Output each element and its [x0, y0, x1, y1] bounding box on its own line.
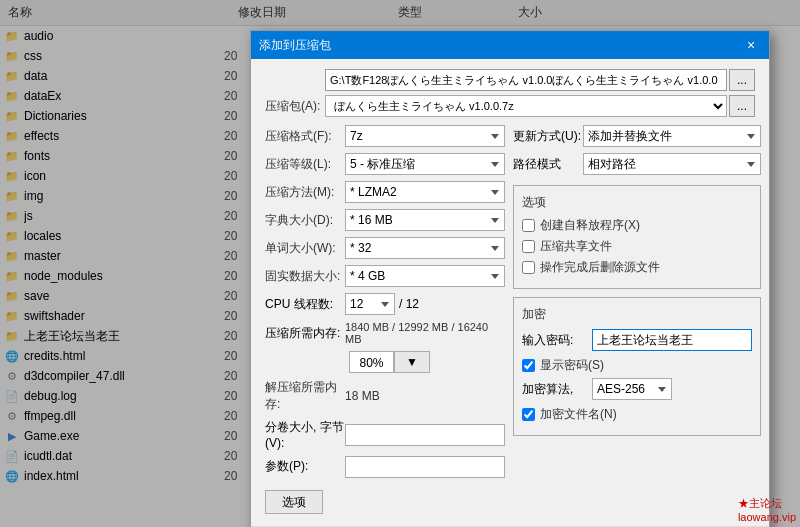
- opt3-label[interactable]: 操作完成后删除源文件: [540, 259, 660, 276]
- show-pwd-label[interactable]: 显示密码(S): [540, 357, 604, 374]
- enc-pwd-row: 输入密码:: [522, 329, 752, 351]
- vol-row: 分卷大小, 字节(V):: [265, 419, 505, 450]
- dict-select[interactable]: * 16 MB: [345, 209, 505, 231]
- cpu-slash: / 12: [399, 297, 419, 311]
- opt1-label[interactable]: 创建自释放程序(X): [540, 217, 640, 234]
- show-pwd-row: 显示密码(S): [522, 357, 752, 374]
- fullpath-input[interactable]: [325, 69, 727, 91]
- enc-algo-label: 加密算法,: [522, 381, 592, 398]
- enc-algo-row: 加密算法, AES-256: [522, 378, 752, 400]
- enc-name-label[interactable]: 加密文件名(N): [540, 406, 617, 423]
- encrypt-title: 加密: [522, 306, 752, 323]
- enc-pwd-label: 输入密码:: [522, 332, 592, 349]
- add-archive-dialog: 添加到压缩包 × ... 压缩包(A): ぼんくら生主ミライちゃん v1.0.0…: [250, 30, 770, 527]
- mem-pct-select[interactable]: ▼: [394, 351, 430, 373]
- path-mode-label: 路径模式: [513, 156, 583, 173]
- fullpath-browse-button[interactable]: ...: [729, 69, 755, 91]
- memory-label: 压缩所需内存:: [265, 325, 345, 342]
- close-button[interactable]: ×: [741, 35, 761, 55]
- format-row: 压缩格式(F): 7z: [265, 125, 505, 147]
- solid-row: 固实数据大小: * 4 GB: [265, 265, 505, 287]
- vol-input[interactable]: [345, 424, 505, 446]
- show-pwd-checkbox[interactable]: [522, 359, 535, 372]
- method-row: 压缩方法(M): * LZMA2: [265, 181, 505, 203]
- main-content: 压缩格式(F): 7z 压缩等级(L): 5 - 标准压缩: [265, 125, 755, 514]
- opt3-checkbox[interactable]: [522, 261, 535, 274]
- memory-row: 压缩所需内存: 1840 MB / 12992 MB / 16240 MB: [265, 321, 505, 345]
- archive-path-select[interactable]: ぼんくら生主ミライちゃん v1.0.0.7z: [325, 95, 727, 117]
- vol-label: 分卷大小, 字节(V):: [265, 419, 345, 450]
- level-label: 压缩等级(L):: [265, 156, 345, 173]
- format-label: 压缩格式(F):: [265, 128, 345, 145]
- update-select[interactable]: 添加并替换文件: [583, 125, 761, 147]
- archive-browse-button[interactable]: ...: [729, 95, 755, 117]
- dict-row: 字典大小(D): * 16 MB: [265, 209, 505, 231]
- method-label: 压缩方法(M):: [265, 184, 345, 201]
- enc-pwd-input[interactable]: [592, 329, 752, 351]
- params-input[interactable]: [345, 456, 505, 478]
- memory-value: 1840 MB / 12992 MB / 16240 MB: [345, 321, 505, 345]
- opt2-row: 压缩共享文件: [522, 238, 752, 255]
- opt2-label[interactable]: 压缩共享文件: [540, 238, 612, 255]
- fullpath-row: ...: [265, 69, 755, 91]
- left-column: 压缩格式(F): 7z 压缩等级(L): 5 - 标准压缩: [265, 125, 505, 514]
- dialog-overlay: 添加到压缩包 × ... 压缩包(A): ぼんくら生主ミライちゃん v1.0.0…: [0, 0, 800, 527]
- level-row: 压缩等级(L): 5 - 标准压缩: [265, 153, 505, 175]
- dialog-body: ... 压缩包(A): ぼんくら生主ミライちゃん v1.0.0.7z ... 压…: [251, 59, 769, 522]
- path-mode-select[interactable]: 相对路径: [583, 153, 761, 175]
- opt3-row: 操作完成后删除源文件: [522, 259, 752, 276]
- options-box: 选项 创建自释放程序(X) 压缩共享文件 操作完成后删除源文件: [513, 185, 761, 289]
- decomp-value: 18 MB: [345, 389, 380, 403]
- word-row: 单词大小(W): * 32: [265, 237, 505, 259]
- right-column: 更新方式(U): 添加并替换文件 路径模式 相对路径 选项: [513, 125, 761, 514]
- decomp-label: 解压缩所需内存:: [265, 379, 345, 413]
- opt1-row: 创建自释放程序(X): [522, 217, 752, 234]
- method-select[interactable]: * LZMA2: [345, 181, 505, 203]
- cpu-select[interactable]: 12: [345, 293, 395, 315]
- dialog-title: 添加到压缩包: [259, 37, 331, 54]
- enc-name-row: 加密文件名(N): [522, 406, 752, 423]
- decomp-row: 解压缩所需内存: 18 MB: [265, 379, 505, 413]
- params-label: 参数(P):: [265, 456, 345, 475]
- encrypt-box: 加密 输入密码: 显示密码(S) 加密算法,: [513, 297, 761, 436]
- dialog-titlebar: 添加到压缩包 ×: [251, 31, 769, 59]
- level-select[interactable]: 5 - 标准压缩: [345, 153, 505, 175]
- enc-algo-select[interactable]: AES-256: [592, 378, 672, 400]
- enc-name-checkbox[interactable]: [522, 408, 535, 421]
- archive-path-row: 压缩包(A): ぼんくら生主ミライちゃん v1.0.0.7z ...: [265, 95, 755, 117]
- options-box-title: 选项: [522, 194, 752, 211]
- update-row: 更新方式(U): 添加并替换文件: [513, 125, 761, 147]
- update-label: 更新方式(U):: [513, 128, 583, 145]
- solid-label: 固实数据大小:: [265, 268, 345, 285]
- word-select[interactable]: * 32: [345, 237, 505, 259]
- mem-pct-value: 80%: [349, 351, 394, 373]
- opt2-checkbox[interactable]: [522, 240, 535, 253]
- cpu-row: CPU 线程数: 12 / 12: [265, 293, 505, 315]
- word-label: 单词大小(W):: [265, 240, 345, 257]
- mem-pct-row: 80% ▼: [345, 351, 505, 373]
- format-select[interactable]: 7z: [345, 125, 505, 147]
- params-row: 参数(P):: [265, 456, 505, 478]
- opt1-checkbox[interactable]: [522, 219, 535, 232]
- cpu-label: CPU 线程数:: [265, 296, 345, 313]
- dict-label: 字典大小(D):: [265, 212, 345, 229]
- solid-select[interactable]: * 4 GB: [345, 265, 505, 287]
- archive-path-label: 压缩包(A):: [265, 98, 325, 115]
- path-mode-row: 路径模式 相对路径: [513, 153, 761, 175]
- options-button[interactable]: 选项: [265, 490, 323, 514]
